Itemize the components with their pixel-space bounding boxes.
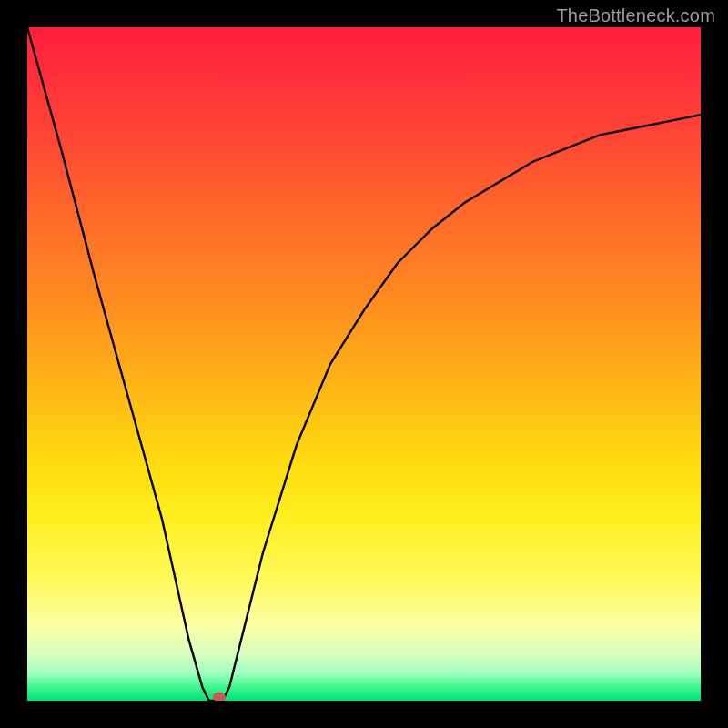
optimal-point-marker <box>213 693 226 701</box>
watermark-text: TheBottleneck.com <box>556 5 715 26</box>
plot-area <box>27 27 701 701</box>
bottleneck-curve <box>27 27 701 701</box>
chart-frame: TheBottleneck.com <box>0 0 728 728</box>
